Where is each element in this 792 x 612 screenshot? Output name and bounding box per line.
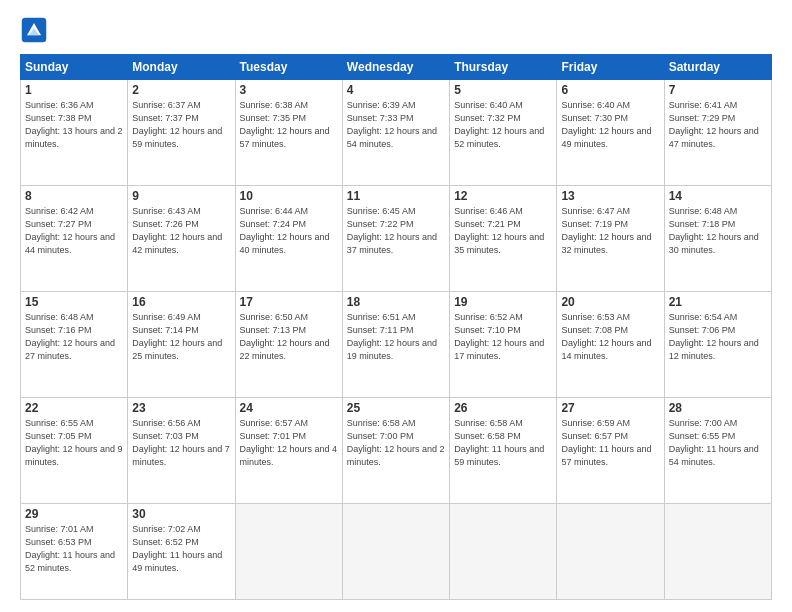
day-info: Sunrise: 6:58 AMSunset: 6:58 PMDaylight:… bbox=[454, 417, 552, 469]
day-number: 15 bbox=[25, 295, 123, 309]
calendar-cell: 25Sunrise: 6:58 AMSunset: 7:00 PMDayligh… bbox=[342, 397, 449, 503]
day-info: Sunrise: 6:51 AMSunset: 7:11 PMDaylight:… bbox=[347, 311, 445, 363]
calendar-cell: 30Sunrise: 7:02 AMSunset: 6:52 PMDayligh… bbox=[128, 503, 235, 599]
day-number: 26 bbox=[454, 401, 552, 415]
day-number: 27 bbox=[561, 401, 659, 415]
day-number: 28 bbox=[669, 401, 767, 415]
day-number: 14 bbox=[669, 189, 767, 203]
day-info: Sunrise: 6:52 AMSunset: 7:10 PMDaylight:… bbox=[454, 311, 552, 363]
calendar-cell: 3Sunrise: 6:38 AMSunset: 7:35 PMDaylight… bbox=[235, 80, 342, 186]
day-number: 18 bbox=[347, 295, 445, 309]
logo-icon bbox=[20, 16, 48, 44]
day-info: Sunrise: 7:00 AMSunset: 6:55 PMDaylight:… bbox=[669, 417, 767, 469]
day-info: Sunrise: 6:55 AMSunset: 7:05 PMDaylight:… bbox=[25, 417, 123, 469]
calendar-cell: 21Sunrise: 6:54 AMSunset: 7:06 PMDayligh… bbox=[664, 291, 771, 397]
calendar-cell: 12Sunrise: 6:46 AMSunset: 7:21 PMDayligh… bbox=[450, 185, 557, 291]
weekday-header: Sunday bbox=[21, 55, 128, 80]
calendar-cell: 8Sunrise: 6:42 AMSunset: 7:27 PMDaylight… bbox=[21, 185, 128, 291]
weekday-header: Thursday bbox=[450, 55, 557, 80]
calendar-cell: 1Sunrise: 6:36 AMSunset: 7:38 PMDaylight… bbox=[21, 80, 128, 186]
day-number: 6 bbox=[561, 83, 659, 97]
calendar-cell: 10Sunrise: 6:44 AMSunset: 7:24 PMDayligh… bbox=[235, 185, 342, 291]
calendar-cell: 18Sunrise: 6:51 AMSunset: 7:11 PMDayligh… bbox=[342, 291, 449, 397]
day-info: Sunrise: 6:45 AMSunset: 7:22 PMDaylight:… bbox=[347, 205, 445, 257]
day-number: 13 bbox=[561, 189, 659, 203]
day-info: Sunrise: 6:57 AMSunset: 7:01 PMDaylight:… bbox=[240, 417, 338, 469]
day-info: Sunrise: 6:50 AMSunset: 7:13 PMDaylight:… bbox=[240, 311, 338, 363]
weekday-header: Monday bbox=[128, 55, 235, 80]
day-info: Sunrise: 6:46 AMSunset: 7:21 PMDaylight:… bbox=[454, 205, 552, 257]
calendar-cell: 27Sunrise: 6:59 AMSunset: 6:57 PMDayligh… bbox=[557, 397, 664, 503]
calendar-cell: 29Sunrise: 7:01 AMSunset: 6:53 PMDayligh… bbox=[21, 503, 128, 599]
calendar-cell: 7Sunrise: 6:41 AMSunset: 7:29 PMDaylight… bbox=[664, 80, 771, 186]
calendar-cell bbox=[342, 503, 449, 599]
day-info: Sunrise: 6:42 AMSunset: 7:27 PMDaylight:… bbox=[25, 205, 123, 257]
day-info: Sunrise: 6:49 AMSunset: 7:14 PMDaylight:… bbox=[132, 311, 230, 363]
day-number: 16 bbox=[132, 295, 230, 309]
calendar-cell: 20Sunrise: 6:53 AMSunset: 7:08 PMDayligh… bbox=[557, 291, 664, 397]
day-info: Sunrise: 6:53 AMSunset: 7:08 PMDaylight:… bbox=[561, 311, 659, 363]
day-info: Sunrise: 7:02 AMSunset: 6:52 PMDaylight:… bbox=[132, 523, 230, 575]
day-number: 4 bbox=[347, 83, 445, 97]
day-number: 2 bbox=[132, 83, 230, 97]
day-number: 24 bbox=[240, 401, 338, 415]
calendar-table: SundayMondayTuesdayWednesdayThursdayFrid… bbox=[20, 54, 772, 600]
calendar-cell: 26Sunrise: 6:58 AMSunset: 6:58 PMDayligh… bbox=[450, 397, 557, 503]
calendar-cell: 11Sunrise: 6:45 AMSunset: 7:22 PMDayligh… bbox=[342, 185, 449, 291]
day-info: Sunrise: 6:44 AMSunset: 7:24 PMDaylight:… bbox=[240, 205, 338, 257]
calendar-cell bbox=[664, 503, 771, 599]
calendar-cell: 17Sunrise: 6:50 AMSunset: 7:13 PMDayligh… bbox=[235, 291, 342, 397]
weekday-header: Saturday bbox=[664, 55, 771, 80]
day-number: 8 bbox=[25, 189, 123, 203]
calendar-cell: 6Sunrise: 6:40 AMSunset: 7:30 PMDaylight… bbox=[557, 80, 664, 186]
day-number: 12 bbox=[454, 189, 552, 203]
weekday-header: Friday bbox=[557, 55, 664, 80]
day-number: 22 bbox=[25, 401, 123, 415]
day-info: Sunrise: 6:37 AMSunset: 7:37 PMDaylight:… bbox=[132, 99, 230, 151]
day-info: Sunrise: 6:38 AMSunset: 7:35 PMDaylight:… bbox=[240, 99, 338, 151]
day-info: Sunrise: 6:36 AMSunset: 7:38 PMDaylight:… bbox=[25, 99, 123, 151]
day-number: 5 bbox=[454, 83, 552, 97]
day-number: 29 bbox=[25, 507, 123, 521]
day-number: 30 bbox=[132, 507, 230, 521]
day-number: 20 bbox=[561, 295, 659, 309]
day-number: 21 bbox=[669, 295, 767, 309]
day-info: Sunrise: 6:59 AMSunset: 6:57 PMDaylight:… bbox=[561, 417, 659, 469]
calendar-cell bbox=[450, 503, 557, 599]
day-info: Sunrise: 6:43 AMSunset: 7:26 PMDaylight:… bbox=[132, 205, 230, 257]
calendar-cell: 24Sunrise: 6:57 AMSunset: 7:01 PMDayligh… bbox=[235, 397, 342, 503]
calendar-cell: 14Sunrise: 6:48 AMSunset: 7:18 PMDayligh… bbox=[664, 185, 771, 291]
calendar-cell: 16Sunrise: 6:49 AMSunset: 7:14 PMDayligh… bbox=[128, 291, 235, 397]
day-info: Sunrise: 6:40 AMSunset: 7:32 PMDaylight:… bbox=[454, 99, 552, 151]
calendar-cell: 15Sunrise: 6:48 AMSunset: 7:16 PMDayligh… bbox=[21, 291, 128, 397]
day-number: 9 bbox=[132, 189, 230, 203]
day-number: 1 bbox=[25, 83, 123, 97]
day-number: 25 bbox=[347, 401, 445, 415]
calendar-cell bbox=[235, 503, 342, 599]
calendar-cell: 13Sunrise: 6:47 AMSunset: 7:19 PMDayligh… bbox=[557, 185, 664, 291]
calendar-cell: 22Sunrise: 6:55 AMSunset: 7:05 PMDayligh… bbox=[21, 397, 128, 503]
day-info: Sunrise: 7:01 AMSunset: 6:53 PMDaylight:… bbox=[25, 523, 123, 575]
day-info: Sunrise: 6:58 AMSunset: 7:00 PMDaylight:… bbox=[347, 417, 445, 469]
day-info: Sunrise: 6:41 AMSunset: 7:29 PMDaylight:… bbox=[669, 99, 767, 151]
day-info: Sunrise: 6:40 AMSunset: 7:30 PMDaylight:… bbox=[561, 99, 659, 151]
day-number: 17 bbox=[240, 295, 338, 309]
day-number: 19 bbox=[454, 295, 552, 309]
day-number: 7 bbox=[669, 83, 767, 97]
weekday-header: Wednesday bbox=[342, 55, 449, 80]
calendar-cell bbox=[557, 503, 664, 599]
calendar-cell: 28Sunrise: 7:00 AMSunset: 6:55 PMDayligh… bbox=[664, 397, 771, 503]
page: SundayMondayTuesdayWednesdayThursdayFrid… bbox=[0, 0, 792, 612]
day-info: Sunrise: 6:48 AMSunset: 7:16 PMDaylight:… bbox=[25, 311, 123, 363]
day-number: 3 bbox=[240, 83, 338, 97]
day-info: Sunrise: 6:48 AMSunset: 7:18 PMDaylight:… bbox=[669, 205, 767, 257]
day-info: Sunrise: 6:56 AMSunset: 7:03 PMDaylight:… bbox=[132, 417, 230, 469]
day-number: 10 bbox=[240, 189, 338, 203]
calendar-cell: 23Sunrise: 6:56 AMSunset: 7:03 PMDayligh… bbox=[128, 397, 235, 503]
day-info: Sunrise: 6:54 AMSunset: 7:06 PMDaylight:… bbox=[669, 311, 767, 363]
calendar-cell: 9Sunrise: 6:43 AMSunset: 7:26 PMDaylight… bbox=[128, 185, 235, 291]
day-info: Sunrise: 6:39 AMSunset: 7:33 PMDaylight:… bbox=[347, 99, 445, 151]
day-number: 11 bbox=[347, 189, 445, 203]
weekday-header: Tuesday bbox=[235, 55, 342, 80]
calendar-cell: 4Sunrise: 6:39 AMSunset: 7:33 PMDaylight… bbox=[342, 80, 449, 186]
